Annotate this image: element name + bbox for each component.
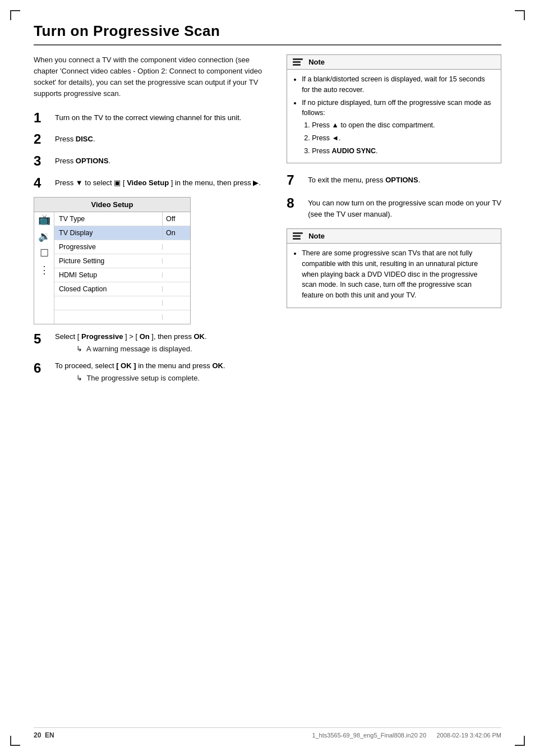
- video-setup-header: Video Setup: [34, 198, 190, 212]
- vs-row-empty1-val: [162, 300, 190, 306]
- note-title-bottom: Note: [308, 232, 325, 240]
- right-column: Note If a blank/distorted screen is disp…: [287, 54, 501, 390]
- vs-row-picture-name: Picture Setting: [54, 254, 162, 268]
- video-setup-body: 📺 🔉 ☐ ⋮ TV Type Off TV Display On: [34, 212, 190, 324]
- note-top-item-2: If no picture displayed, turn off the pr…: [302, 98, 494, 157]
- vs-row-progressive-name: Progressive: [54, 240, 162, 254]
- step-8: 8 You can now turn on the progressive sc…: [287, 195, 501, 219]
- corner-mark-bl: [10, 736, 20, 746]
- vs-row-empty2-val: [162, 314, 190, 320]
- step-7-number: 7: [287, 172, 305, 189]
- step-7: 7 To exit the menu, press OPTIONS.: [287, 172, 501, 189]
- note-box-top: Note If a blank/distorted screen is disp…: [287, 54, 501, 163]
- vs-icons: 📺 🔉 ☐ ⋮: [34, 212, 54, 324]
- page: Turn on Progressive Scan When you connec…: [0, 0, 535, 756]
- monitor-icon: ☐: [40, 248, 49, 258]
- corner-mark-tl: [10, 10, 20, 20]
- vs-row-progressive: Progressive: [54, 240, 190, 254]
- vs-rows: TV Type Off TV Display On Progressive: [54, 212, 190, 324]
- note-header-top: Note: [287, 55, 501, 70]
- vs-row-progressive-val: [162, 244, 190, 250]
- footer-file-info: 1_hts3565-69_98_eng5_Final808.in20 20 20…: [312, 732, 501, 739]
- step-6-number: 6: [34, 360, 52, 377]
- note-body-top: If a blank/distorted screen is displayed…: [287, 70, 501, 163]
- step-7-text: To exit the menu, press OPTIONS.: [308, 172, 420, 186]
- vs-row-picture-val: [162, 258, 190, 264]
- footer-page-number: 20 EN: [34, 731, 54, 739]
- vs-row-empty1: [54, 296, 190, 310]
- step-8-text: You can now turn on the progressive scan…: [308, 195, 501, 219]
- page-title: Turn on Progressive Scan: [34, 22, 501, 45]
- step-4: 4 Press ▼ to select ▣ [ Video Setup ] in…: [34, 175, 270, 191]
- right-steps: 7 To exit the menu, press OPTIONS. 8 You…: [287, 172, 501, 219]
- step-3: 3 Press OPTIONS.: [34, 153, 270, 169]
- step-5: 5 Select [ Progressive ] > [ On ], then …: [34, 331, 270, 355]
- tv-type-icon: 📺: [38, 214, 50, 224]
- vs-row-caption-name: Closed Caption: [54, 282, 162, 296]
- vs-row-tvdisplay-val: On: [162, 226, 190, 240]
- grid-icon: ⋮: [39, 265, 49, 275]
- vs-row-empty2: [54, 310, 190, 324]
- vs-row-empty1-name: [54, 296, 162, 310]
- step-3-number: 3: [34, 153, 52, 169]
- note-top-sub-3: Press AUDIO SYNC.: [312, 146, 494, 157]
- step-6-sub: ↳ The progressive setup is complete.: [76, 373, 225, 384]
- video-setup-table: Video Setup 📺 🔉 ☐ ⋮ TV Type Off: [34, 197, 191, 324]
- note-bottom-item-1: There are some progressive scan TVs that…: [302, 248, 494, 301]
- vs-row-empty2-name: [54, 310, 162, 324]
- vs-row-tvtype: TV Type Off: [54, 212, 190, 226]
- note-top-item-1: If a blank/distorted screen is displayed…: [302, 74, 494, 95]
- step-3-text: Press OPTIONS.: [55, 153, 110, 167]
- audio-icon: 🔉: [38, 231, 50, 241]
- page-footer: 20 EN 1_hts3565-69_98_eng5_Final808.in20…: [34, 727, 501, 739]
- corner-mark-br: [515, 736, 525, 746]
- vs-row-tvtype-val: Off: [162, 212, 190, 226]
- step-1: 1 Turn on the TV to the correct viewing …: [34, 110, 270, 126]
- step-6: 6 To proceed, select [ OK ] in the menu …: [34, 360, 270, 384]
- note-title-top: Note: [308, 58, 325, 66]
- corner-mark-tr: [515, 10, 525, 20]
- vs-row-hdmi-name: HDMI Setup: [54, 268, 162, 282]
- vs-row-tvdisplay: TV Display On: [54, 226, 190, 240]
- step-5-sub: ↳ A warning message is displayed.: [76, 343, 207, 355]
- step-1-number: 1: [34, 110, 52, 126]
- note-box-bottom: Note There are some progressive scan TVs…: [287, 228, 501, 308]
- left-column: When you connect a TV with the component…: [34, 54, 270, 390]
- vs-row-picture: Picture Setting: [54, 254, 190, 268]
- vs-row-tvdisplay-name: TV Display: [54, 226, 162, 240]
- vs-row-tvtype-name: TV Type: [54, 212, 162, 226]
- note-icon-bottom: [293, 232, 303, 240]
- step-5-number: 5: [34, 331, 52, 347]
- intro-paragraph: When you connect a TV with the component…: [34, 54, 270, 100]
- step-2: 2 Press DISC.: [34, 131, 270, 148]
- note-header-bottom: Note: [287, 229, 501, 244]
- step-4-number: 4: [34, 175, 52, 191]
- vs-row-caption: Closed Caption: [54, 282, 190, 296]
- note-top-sub-2: Press ◄.: [312, 133, 494, 144]
- note-top-sub-1: Press ▲ to open the disc compartment.: [312, 120, 494, 131]
- step-2-number: 2: [34, 131, 52, 148]
- note-icon-top: [293, 58, 303, 66]
- step-6-text: To proceed, select [ OK ] in the menu an…: [55, 359, 225, 370]
- vs-row-caption-val: [162, 286, 190, 292]
- vs-row-hdmi-val: [162, 272, 190, 278]
- note-body-bottom: There are some progressive scan TVs that…: [287, 244, 501, 308]
- step-5-text: Select [ Progressive ] > [ On ], then pr…: [55, 330, 207, 341]
- step-8-number: 8: [287, 195, 305, 212]
- step-1-text: Turn on the TV to the correct viewing ch…: [55, 110, 241, 123]
- step-4-text: Press ▼ to select ▣ [ Video Setup ] in t…: [55, 175, 261, 189]
- vs-row-hdmi: HDMI Setup: [54, 268, 190, 282]
- step-2-text: Press DISC.: [55, 131, 95, 145]
